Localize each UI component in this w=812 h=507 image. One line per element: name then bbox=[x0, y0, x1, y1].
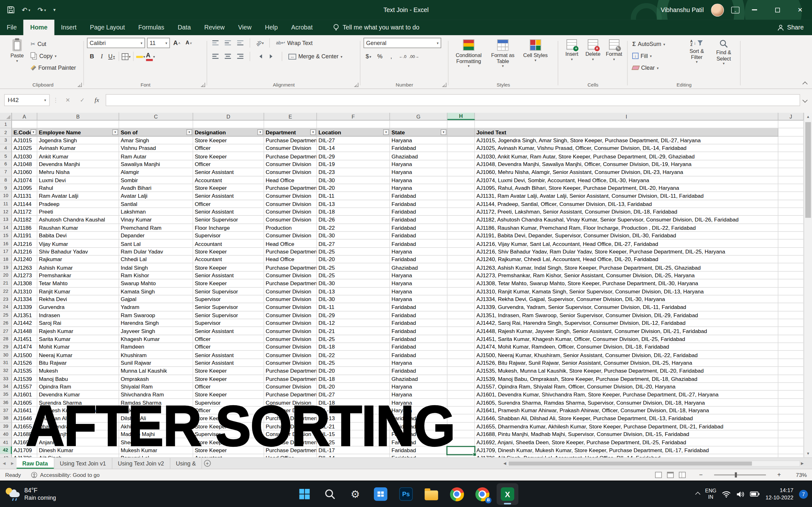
cell-F26[interactable]: DIL-12 bbox=[317, 319, 390, 327]
cell-I4[interactable]: AJ1025, Avinash Kumar, Vishnu Prasad, Of… bbox=[475, 145, 778, 153]
cell-G6[interactable]: Haryana bbox=[390, 160, 447, 168]
cell-C23[interactable]: Gajpal bbox=[119, 295, 193, 303]
cell-E14[interactable]: Production bbox=[264, 224, 317, 232]
cell-C8[interactable]: Sombir bbox=[119, 176, 193, 184]
cell-C18[interactable]: Chhedi Lal bbox=[119, 256, 193, 264]
cell-C11[interactable]: Santlal bbox=[119, 200, 193, 208]
cell-C6[interactable]: Sawaliya Manjhi bbox=[119, 160, 193, 168]
cell-H15[interactable] bbox=[448, 232, 475, 239]
cell-F16[interactable]: DIL-27 bbox=[317, 240, 390, 248]
cell-A31[interactable]: AJ1526 bbox=[12, 359, 38, 367]
row-header-2[interactable]: 2 bbox=[0, 128, 12, 136]
search-button[interactable] bbox=[319, 483, 341, 505]
sheet-nav-left-button[interactable]: ◀ bbox=[0, 458, 8, 469]
row-header-39[interactable]: 39 bbox=[0, 422, 12, 430]
row-header-23[interactable]: 23 bbox=[0, 295, 12, 303]
cell-D9[interactable]: Store Keeper bbox=[193, 184, 264, 192]
cell-G30[interactable]: Faridabad bbox=[390, 351, 447, 359]
cell-H7[interactable] bbox=[448, 168, 475, 176]
cell-H20[interactable] bbox=[448, 272, 475, 279]
cell-G12[interactable]: Faridabad bbox=[390, 208, 447, 216]
horizontal-scrollbar-thumb[interactable] bbox=[509, 461, 752, 465]
row-header-33[interactable]: 33 bbox=[0, 375, 12, 383]
cell-D30[interactable]: Senior Assistant bbox=[193, 351, 264, 359]
cell-J34[interactable] bbox=[778, 383, 804, 391]
row-header-27[interactable]: 27 bbox=[0, 327, 12, 335]
cell-C4[interactable]: Vishnu Prasad bbox=[119, 145, 193, 153]
save-button[interactable] bbox=[7, 6, 14, 14]
cell-D34[interactable]: Officer bbox=[193, 383, 264, 391]
cell-H30[interactable] bbox=[448, 351, 475, 359]
cell-J2[interactable] bbox=[778, 128, 804, 136]
cell-J6[interactable] bbox=[778, 160, 804, 168]
chrome-button[interactable] bbox=[446, 483, 468, 505]
column-header-F[interactable]: F bbox=[317, 113, 390, 120]
cell-J31[interactable] bbox=[778, 359, 804, 367]
cell-H1[interactable] bbox=[448, 120, 475, 128]
cell-J20[interactable] bbox=[778, 272, 804, 279]
cell-J32[interactable] bbox=[778, 367, 804, 375]
cell-E1[interactable] bbox=[264, 120, 317, 128]
cell-A19[interactable]: AJ1263 bbox=[12, 264, 38, 272]
cell-J43[interactable] bbox=[778, 454, 804, 458]
cell-I25[interactable]: AJ1351, Indrasen, Ram Swaroop, Senior Su… bbox=[475, 311, 778, 319]
cell-F9[interactable]: DIL-20 bbox=[317, 184, 390, 192]
cell-G21[interactable]: Haryana bbox=[390, 279, 447, 287]
orientation-button[interactable]: ab▾ bbox=[255, 38, 264, 48]
cell-D23[interactable]: Supervisor bbox=[193, 295, 264, 303]
cell-F18[interactable]: DIL-20 bbox=[317, 256, 390, 264]
file-explorer-button[interactable] bbox=[420, 483, 443, 505]
cell-A24[interactable]: AJ1339 bbox=[12, 303, 38, 311]
cell-A14[interactable]: AJ1186 bbox=[12, 224, 38, 232]
cell-I18[interactable]: AJ1240, Rajkumar, Chhedi Lal, Accountant… bbox=[475, 256, 778, 264]
cell-E26[interactable]: Consumer Division bbox=[264, 319, 317, 327]
column-header-C[interactable]: C bbox=[119, 113, 193, 120]
cell-G17[interactable]: Haryana bbox=[390, 248, 447, 256]
cell-F23[interactable]: DIL-30 bbox=[317, 295, 390, 303]
cell-H11[interactable] bbox=[448, 200, 475, 208]
cell-J14[interactable] bbox=[778, 224, 804, 232]
font-size-combo[interactable]: 11▾ bbox=[147, 38, 170, 48]
cell-B20[interactable]: Premshankar bbox=[38, 272, 119, 279]
cell-B24[interactable]: Gurvendra bbox=[38, 303, 119, 311]
filter-button-C2[interactable]: ▾ bbox=[187, 129, 192, 135]
row-header-20[interactable]: 20 bbox=[0, 272, 12, 279]
column-header-I[interactable]: I bbox=[475, 113, 778, 120]
scroll-left-icon[interactable]: ◀ bbox=[503, 461, 506, 465]
cell-I23[interactable]: AJ1334, Rekha Devi, Gajpal, Supervisor, … bbox=[475, 295, 778, 303]
cell-E31[interactable]: Consumer Division bbox=[264, 359, 317, 367]
cell-J23[interactable] bbox=[778, 295, 804, 303]
cut-button[interactable]: ✂Cut bbox=[29, 39, 78, 49]
cell-B13[interactable]: Ashutosh Chandra Kaushal bbox=[38, 216, 119, 224]
cell-I38[interactable]: AJ1646, Shabban Ali, Dilshad Ali, Store … bbox=[475, 414, 778, 422]
cell-E19[interactable]: Purchase Department bbox=[264, 264, 317, 272]
cell-G10[interactable]: Faridabad bbox=[390, 192, 447, 200]
row-header-7[interactable]: 7 bbox=[0, 168, 12, 176]
cell-F33[interactable]: DIL-18 bbox=[317, 375, 390, 383]
cell-D2[interactable]: Designation▾ bbox=[193, 128, 264, 136]
sort-filter-button[interactable]: AZ↓ Sort & Filter ▾ bbox=[683, 38, 710, 65]
cell-B7[interactable]: Mehru Nisha bbox=[38, 168, 119, 176]
cell-A17[interactable]: AJ1216 bbox=[12, 248, 38, 256]
cell-I16[interactable]: AJ1216, Vijay Kumar, Sant Lal, Accountan… bbox=[475, 240, 778, 248]
new-sheet-button[interactable]: + bbox=[202, 458, 212, 469]
redo-button[interactable]: ↷▾ bbox=[38, 6, 46, 14]
cell-H33[interactable] bbox=[448, 375, 475, 383]
collapse-ribbon-button[interactable] bbox=[803, 81, 808, 87]
cell-F12[interactable]: DIL-18 bbox=[317, 208, 390, 216]
cell-H8[interactable] bbox=[448, 176, 475, 184]
cell-G7[interactable]: Haryana bbox=[390, 168, 447, 176]
sheet-tab-using-[interactable]: Using & bbox=[170, 458, 202, 469]
cell-G23[interactable]: Haryana bbox=[390, 295, 447, 303]
cell-H14[interactable] bbox=[448, 224, 475, 232]
cell-J41[interactable] bbox=[778, 438, 804, 446]
cell-F34[interactable]: DIL-20 bbox=[317, 383, 390, 391]
row-header-13[interactable]: 13 bbox=[0, 216, 12, 224]
cell-H19[interactable] bbox=[448, 264, 475, 272]
ribbon-tab-file[interactable]: File bbox=[0, 20, 23, 35]
cell-H25[interactable] bbox=[448, 311, 475, 319]
cell-G20[interactable]: Haryana bbox=[390, 272, 447, 279]
cell-I9[interactable]: AJ1095, Rahul, Avadh Bihari, Store Keepe… bbox=[475, 184, 778, 192]
ribbon-tab-review[interactable]: Review bbox=[198, 20, 232, 35]
cell-I19[interactable]: AJ1263, Ashish Kumar, Indal Singh, Store… bbox=[475, 264, 778, 272]
